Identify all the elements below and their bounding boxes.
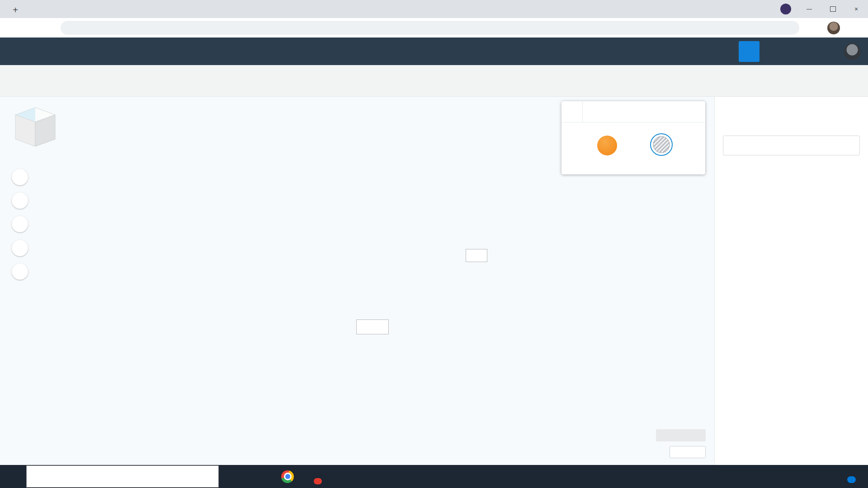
kebab-menu-icon: [849, 23, 859, 33]
windows-taskbar: [0, 465, 868, 488]
hole-stripes-icon: [652, 136, 670, 154]
taskbar-search[interactable]: [26, 465, 219, 488]
snap-grid-select[interactable]: [670, 446, 706, 458]
weather-moon-icon: [733, 472, 743, 482]
lock-icon: [67, 24, 74, 32]
perspective-toggle-button[interactable]: [12, 263, 28, 280]
width-dimension-field[interactable]: [356, 319, 389, 334]
workplane-tool-icon[interactable]: [730, 104, 752, 126]
height-dimension-field[interactable]: [466, 249, 487, 262]
whatsapp-badge: [314, 478, 322, 484]
briefcase-icon[interactable]: [795, 45, 808, 58]
task-view-button[interactable]: [231, 471, 242, 483]
reload-button[interactable]: [40, 20, 55, 36]
account-avatar[interactable]: [844, 43, 861, 60]
url-bar[interactable]: [61, 21, 799, 35]
browser-addressbar: [0, 18, 868, 38]
notification-badge: [847, 476, 856, 483]
shape-inspector: [561, 101, 705, 174]
start-button[interactable]: [0, 465, 26, 488]
grid-icon: [744, 46, 755, 57]
person-icon: [809, 23, 818, 33]
chevron-down-icon: [783, 6, 789, 12]
delete-button[interactable]: [93, 74, 107, 88]
shapes-sidebar: [714, 97, 868, 465]
cellular-icon[interactable]: [773, 473, 781, 481]
solid-swatch[interactable]: [595, 133, 619, 160]
forward-button[interactable]: [23, 20, 38, 36]
home-view-button[interactable]: [12, 169, 28, 185]
shape-grid: [715, 155, 868, 168]
hole-selected-ring[interactable]: [650, 133, 673, 156]
hide-shape-icon[interactable]: [690, 107, 699, 116]
dashboard-button[interactable]: [739, 41, 760, 62]
lock-shape-icon[interactable]: [674, 107, 683, 116]
action-center-button[interactable]: [851, 471, 862, 482]
shape-category-select[interactable]: [723, 136, 860, 155]
view-cube[interactable]: [10, 103, 61, 154]
cube-icon: [15, 267, 24, 276]
group-button[interactable]: [690, 74, 703, 88]
tinker-pickaxe-icon[interactable]: [770, 45, 784, 58]
chevron-right-icon: [703, 268, 713, 282]
mirror-button[interactable]: [771, 74, 785, 88]
titlebar-badge-icon[interactable]: [780, 4, 791, 14]
forward-icon: [26, 23, 35, 33]
tab-list: [0, 0, 5, 18]
minimize-button[interactable]: [797, 0, 821, 18]
redo-button[interactable]: [153, 74, 166, 88]
new-tab-button[interactable]: +: [9, 4, 22, 16]
main-area: [0, 97, 868, 465]
back-button[interactable]: [5, 20, 21, 36]
minus-icon: [15, 244, 24, 253]
touch-keyboard-icon[interactable]: [819, 472, 829, 482]
spinner-arrows-icon: [697, 450, 703, 455]
show-all-button[interactable]: [636, 74, 649, 88]
ruler-tool-icon[interactable]: [781, 104, 802, 126]
hole-swatch[interactable]: [649, 133, 674, 161]
header-actions: [725, 41, 861, 62]
zoom-out-button[interactable]: [12, 240, 28, 256]
paste-button[interactable]: [39, 74, 52, 88]
search-icon: [33, 473, 41, 481]
notes-tool-icon[interactable]: [831, 104, 853, 126]
tinkercad-toolbar: [0, 65, 868, 97]
whatsapp-taskbar-button[interactable]: [307, 471, 319, 483]
browser-menu-button[interactable]: [848, 22, 860, 34]
tray-overflow-button[interactable]: [758, 473, 766, 481]
wifi-icon[interactable]: [788, 473, 797, 481]
fit-view-button[interactable]: [12, 192, 28, 209]
browser-avatar[interactable]: [827, 22, 840, 34]
duplicate-button[interactable]: [66, 74, 80, 88]
close-button[interactable]: ×: [844, 0, 868, 18]
back-icon: [9, 23, 18, 33]
3d-canvas[interactable]: [0, 97, 714, 465]
invite-person-icon[interactable]: [819, 45, 833, 58]
windows-logo-icon: [9, 472, 18, 481]
titlebar-controls: ×: [780, 0, 868, 18]
tinkercad-logo[interactable]: [5, 41, 25, 62]
solid-color-circle[interactable]: [597, 136, 617, 155]
browser-tabstrip: + ×: [0, 0, 868, 18]
edit-grid-button[interactable]: [656, 429, 706, 441]
sidebar-collapse-button[interactable]: [703, 268, 713, 282]
sticky-notes-button[interactable]: [256, 471, 268, 483]
home-icon: [15, 173, 24, 182]
profile-button[interactable]: [807, 22, 819, 34]
inspector-collapse-button[interactable]: [561, 101, 583, 122]
align-button[interactable]: [744, 74, 758, 88]
zoom-in-button[interactable]: [12, 216, 28, 232]
caret-up-icon: [568, 108, 576, 115]
snap-grid-row: [665, 446, 706, 458]
design-menu-icon[interactable]: [33, 45, 45, 58]
copy-button[interactable]: [12, 74, 25, 88]
select-arrows-icon: [847, 142, 854, 149]
bookmark-star-icon[interactable]: [786, 24, 793, 32]
volume-icon[interactable]: [804, 473, 812, 481]
tinkercad-header: [0, 38, 868, 65]
hide-button[interactable]: [663, 74, 676, 88]
undo-button[interactable]: [126, 74, 139, 88]
chrome-taskbar-button[interactable]: [281, 470, 294, 483]
maximize-button[interactable]: [821, 0, 844, 18]
ungroup-button[interactable]: [717, 74, 731, 88]
